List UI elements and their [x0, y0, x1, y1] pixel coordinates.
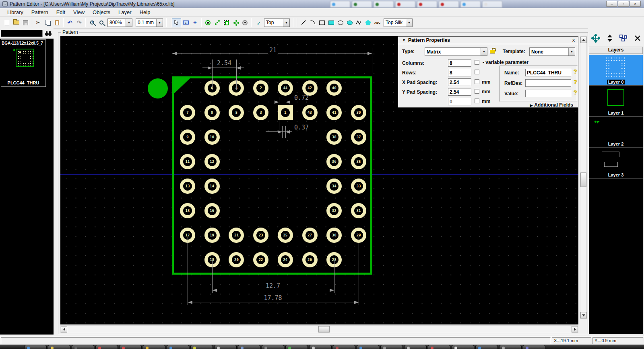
- pad-side-combo[interactable]: Top ▼: [264, 18, 290, 27]
- pad-2[interactable]: 2: [253, 80, 268, 96]
- paste-button[interactable]: [52, 18, 62, 27]
- redo-button[interactable]: ↷: [74, 18, 84, 27]
- taskbar-button-16[interactable]: [404, 345, 427, 349]
- draw-arc-button[interactable]: [308, 18, 317, 27]
- windows-taskbar[interactable]: [0, 345, 644, 349]
- taskbar-button-9[interactable]: [238, 345, 260, 349]
- move-tool-button[interactable]: [591, 34, 600, 44]
- chevron-down-icon[interactable]: ▼: [126, 19, 132, 27]
- taskbar-button-20[interactable]: [499, 345, 522, 349]
- scroll-up-button[interactable]: [580, 37, 587, 43]
- undo-button[interactable]: ↶: [65, 18, 74, 27]
- pad-16[interactable]: 16: [204, 203, 220, 218]
- layer-item-3[interactable]: Layer 3: [589, 148, 643, 179]
- taskbar-button-14[interactable]: [357, 345, 379, 349]
- menu-item-pattern[interactable]: Pattern: [27, 8, 52, 16]
- rows-input[interactable]: [448, 69, 471, 76]
- zoom-level-combo[interactable]: 800% ▼: [107, 18, 132, 27]
- layer-updown-button[interactable]: [607, 34, 613, 44]
- layer-select-button[interactable]: [619, 35, 627, 43]
- canvas-vscrollbar[interactable]: [580, 36, 587, 319]
- pad-31[interactable]: 31: [351, 203, 366, 218]
- pad-24[interactable]: 24: [278, 252, 293, 267]
- pad-38[interactable]: 38: [326, 129, 342, 145]
- taskbar-button-10[interactable]: [262, 345, 284, 349]
- pad-25[interactable]: 25: [278, 228, 293, 243]
- pad-33[interactable]: 33: [351, 179, 366, 194]
- close-button[interactable]: ×: [630, 1, 641, 7]
- columns-variable-checkbox[interactable]: [475, 60, 479, 65]
- origin-tool-button[interactable]: +: [190, 18, 200, 27]
- measure-tool-button[interactable]: 1: [181, 18, 190, 27]
- taskbar-button-8[interactable]: [214, 345, 237, 349]
- menu-item-objects[interactable]: Objects: [89, 8, 114, 16]
- pad-37[interactable]: 37: [351, 129, 366, 145]
- rows-variable-checkbox[interactable]: [475, 70, 479, 74]
- menu-item-edit[interactable]: Edit: [52, 8, 69, 16]
- layer-item-0[interactable]: Layer 0: [589, 55, 643, 86]
- name-help-icon[interactable]: ?: [574, 68, 577, 75]
- refdes-help-icon[interactable]: ?: [574, 79, 577, 85]
- draw-line-button[interactable]: [299, 18, 308, 27]
- taskbar-button-6[interactable]: [167, 345, 189, 349]
- menu-item-help[interactable]: Help: [136, 8, 155, 16]
- taskbar-button-4[interactable]: [119, 345, 142, 349]
- pad-14[interactable]: 14: [204, 179, 220, 194]
- pad-27[interactable]: 27: [302, 228, 318, 243]
- pad-35[interactable]: 35: [351, 154, 366, 169]
- chevron-down-icon[interactable]: ▼: [156, 19, 163, 27]
- save-button[interactable]: [21, 18, 30, 27]
- select-tool-button[interactable]: [172, 18, 181, 27]
- place-pad-line-button[interactable]: [213, 18, 222, 27]
- taskbar-button-13[interactable]: [333, 345, 355, 349]
- menu-item-view[interactable]: View: [69, 8, 89, 16]
- pad-12[interactable]: 12: [204, 154, 220, 169]
- maximize-button[interactable]: ▫: [618, 1, 629, 7]
- pad-22[interactable]: 22: [253, 252, 268, 267]
- vscroll-thumb[interactable]: [580, 172, 586, 187]
- pad-3[interactable]: 3: [253, 105, 268, 120]
- y-spacing-input[interactable]: [448, 88, 471, 96]
- pad-23[interactable]: 23: [253, 228, 268, 243]
- cut-button[interactable]: ✂: [34, 18, 43, 27]
- taskbar-button-15[interactable]: [380, 345, 403, 349]
- pad-36[interactable]: 36: [326, 154, 342, 169]
- taskbar-button-2[interactable]: [72, 345, 94, 349]
- zoom-window-button[interactable]: [97, 18, 106, 27]
- place-pad-button[interactable]: [203, 18, 213, 27]
- value-input[interactable]: [525, 90, 571, 97]
- grid-size-combo[interactable]: 0.1 mm ▼: [136, 18, 163, 27]
- pattern-list-item[interactable]: BGA-113/12x12x0.5_7 PLCC44_THRU: [1, 39, 46, 87]
- draw-polyline-button[interactable]: [354, 18, 363, 27]
- taskbar-button-21[interactable]: [523, 345, 545, 349]
- taskbar-button-1[interactable]: [48, 345, 70, 349]
- taskbar-button-3[interactable]: [95, 345, 118, 349]
- lock-icon[interactable]: [490, 50, 495, 53]
- layer-item-2[interactable]: Layer 2: [589, 117, 643, 148]
- draw-rectangle-button[interactable]: [317, 18, 326, 27]
- template-combo[interactable]: None ▼: [529, 47, 575, 56]
- dialog-titlebar[interactable]: ▼ Pattern Properties x: [398, 37, 578, 44]
- pad-30[interactable]: 30: [326, 228, 342, 243]
- copy-button[interactable]: [43, 18, 52, 27]
- value-help-icon[interactable]: ?: [574, 89, 577, 96]
- taskbar-button-19[interactable]: [475, 345, 498, 349]
- pad-1[interactable]: 1: [278, 105, 293, 120]
- taskbar-button-11[interactable]: [285, 345, 308, 349]
- dialog-close-icon[interactable]: x: [572, 37, 575, 43]
- open-button[interactable]: [12, 18, 21, 27]
- dimension-tool-button[interactable]: ↔: [253, 18, 262, 27]
- pad-40[interactable]: 40: [326, 80, 342, 96]
- taskbar-button-17[interactable]: [428, 345, 450, 349]
- place-pad-circle-array-button[interactable]: [231, 18, 240, 27]
- minimize-button[interactable]: –: [606, 1, 617, 7]
- menu-item-library[interactable]: Library: [3, 8, 27, 16]
- chevron-down-icon[interactable]: ▼: [283, 19, 289, 27]
- taskbar-button-12[interactable]: [309, 345, 332, 349]
- pad-32[interactable]: 32: [326, 203, 342, 218]
- type-combo[interactable]: Matrix ▼: [425, 47, 487, 56]
- pad-43[interactable]: 43: [302, 105, 318, 120]
- taskbar-button-7[interactable]: [190, 345, 213, 349]
- taskbar-button-0[interactable]: [24, 345, 47, 349]
- hscroll-thumb[interactable]: [318, 326, 330, 333]
